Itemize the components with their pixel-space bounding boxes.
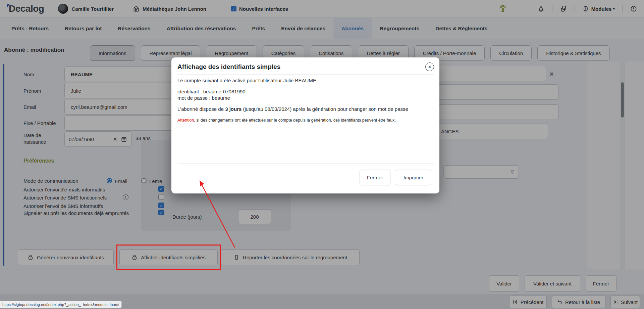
- identifiants-modal: Affichage des identifiants simples ✕ Le …: [171, 57, 439, 193]
- expiry-line: L'abonné dispose de 3 jours (jusqu'au 08…: [177, 106, 433, 112]
- divider: [177, 75, 434, 75]
- annotation-highlight-box: [116, 245, 221, 270]
- attention-line: Attention, si des changements ont été ef…: [177, 117, 433, 124]
- status-url-tooltip: https://sigbqa.decalog.net/index.php?_ac…: [0, 301, 122, 308]
- divider: [177, 164, 434, 164]
- modal-close-icon[interactable]: ✕: [425, 62, 434, 71]
- modal-body: Le compte suivant a été activé pour l'ut…: [177, 77, 433, 124]
- login-line: identifiant : beaume-07081990: [177, 88, 433, 95]
- password-line: mot de passe : beaume: [177, 95, 433, 101]
- decalog-app: Decalog Camille Tourtillier Médiathèque …: [0, 0, 644, 309]
- modal-imprimer-button[interactable]: Imprimer: [396, 170, 431, 185]
- modal-title: Affichage des identifiants simples: [177, 63, 280, 71]
- modal-fermer-button[interactable]: Fermer: [360, 170, 390, 185]
- account-activated-line: Le compte suivant a été activé pour l'ut…: [177, 77, 433, 84]
